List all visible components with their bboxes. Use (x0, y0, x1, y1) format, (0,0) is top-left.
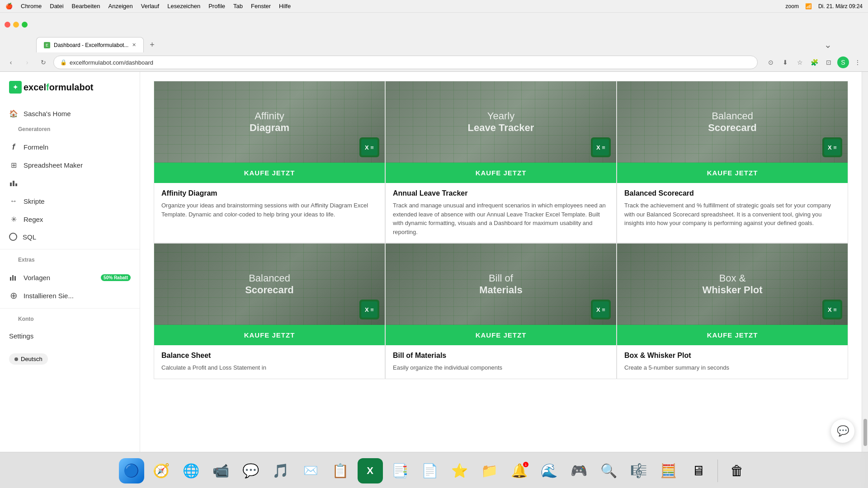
buy-btn-bill[interactable]: KAUFE JETZT (386, 325, 616, 345)
product-name-balance: Balance Sheet (161, 352, 377, 360)
dock-screens[interactable]: 🖥 (686, 458, 711, 483)
menu-hilfe[interactable]: Hilfe (279, 3, 291, 9)
download-btn[interactable]: ⬇ (779, 56, 791, 68)
sidebar-item-chart[interactable] (0, 174, 140, 192)
qreate-icon: 🔍 (600, 463, 617, 479)
profile-btn[interactable]: S (837, 56, 849, 68)
lang-area: Deutsch (0, 344, 140, 369)
menu-lesezeichen[interactable]: Lesezeichen (167, 3, 200, 9)
dock-browser2[interactable]: 🌊 (537, 458, 562, 483)
dock-qreate[interactable]: 🔍 (596, 458, 622, 483)
product-name-bill: Bill of Materials (393, 352, 609, 360)
dock-finder[interactable]: 🔵 (119, 458, 144, 483)
close-window-btn[interactable] (5, 22, 10, 28)
menu-chrome[interactable]: Chrome (21, 3, 42, 9)
tab-favicon: E (44, 42, 50, 48)
product-card-box-whisker: Box & Whisker Plot X ≡ KAUFE JETZT Box &… (617, 243, 848, 379)
dock-chrome[interactable]: 🌐 (179, 458, 204, 483)
dock-word[interactable]: 📄 (417, 458, 443, 483)
browser-chrome: E Dashboard - Excelformulabot... ✕ + ⌄ ‹… (0, 13, 868, 72)
language-selector[interactable]: Deutsch (9, 353, 48, 365)
music-icon: 🎼 (630, 463, 647, 479)
address-bar-row: ‹ › ↻ 🔒 excelformulabot.com/dashboard ⊙ … (0, 53, 868, 71)
sidebar-item-settings[interactable]: Settings (0, 328, 140, 344)
chart-icon (9, 178, 18, 188)
zoom-icon: 📹 (212, 463, 229, 479)
product-image-annual: Yearly Leave Tracker X ≡ (386, 81, 616, 163)
menu-tab[interactable]: Tab (233, 3, 243, 9)
sidebar-item-vorlagen[interactable]: Vorlagen 50% Rabatt (0, 268, 140, 286)
vorlagen-label: Vorlagen (24, 274, 50, 282)
bookmark-btn[interactable]: ☆ (794, 56, 806, 68)
product-name-balanced1: Balanced Scorecard (624, 189, 840, 197)
buy-btn-affinity[interactable]: KAUFE JETZT (154, 163, 385, 183)
formeln-label: Formeln (24, 143, 48, 151)
sidebar-divider2 (0, 308, 140, 309)
dock-mango[interactable]: ⭐ (447, 458, 472, 483)
tab-list-btn[interactable]: ⌄ (824, 39, 832, 50)
dock-discord[interactable]: 🎮 (566, 458, 592, 483)
dock-calculator[interactable]: 🧮 (656, 458, 681, 483)
menu-fenster[interactable]: Fenster (251, 3, 271, 9)
browser-tab-active[interactable]: E Dashboard - Excelformulabot... ✕ (36, 37, 144, 52)
buy-btn-annual[interactable]: KAUFE JETZT (386, 163, 616, 183)
sidebar-item-regex[interactable]: ✳ Regex (0, 210, 140, 228)
maximize-window-btn[interactable] (22, 22, 28, 28)
dock-trello[interactable]: 📋 (328, 458, 353, 483)
dock-trash[interactable]: 🗑 (724, 458, 750, 483)
generatoren-section: Generatoren (0, 122, 140, 138)
svg-rect-1 (13, 181, 14, 186)
buy-btn-box[interactable]: KAUFE JETZT (617, 325, 848, 345)
dock-whatsapp[interactable]: 💬 (238, 458, 264, 483)
scroll-thumb[interactable] (863, 419, 867, 446)
back-btn[interactable]: ‹ (5, 56, 17, 69)
menu-bearbeiten[interactable]: Bearbeiten (72, 3, 100, 9)
wifi-icon: 📶 (805, 3, 812, 9)
spreadsheet-label: Spreadsheet Maker (24, 161, 83, 169)
dock-googledrive[interactable]: 📁 (477, 458, 502, 483)
buy-btn-balanced1[interactable]: KAUFE JETZT (617, 163, 848, 183)
dock-powerpoint[interactable]: 📑 (387, 458, 413, 483)
dock-airmail[interactable]: ✉️ (298, 458, 323, 483)
product-name-box: Box & Whisker Plot (624, 352, 840, 360)
minimize-window-btn[interactable] (13, 22, 19, 28)
dock-excel[interactable]: X (358, 458, 383, 483)
excel-icon: X (367, 465, 373, 477)
new-tab-btn[interactable]: + (146, 38, 158, 51)
product-card-affinity-diagram: Affinity Diagram X ≡ KAUFE JETZT Affinit… (154, 81, 385, 243)
sidebar-item-sql[interactable]: SQL (0, 228, 140, 245)
menu-datei[interactable]: Datei (50, 3, 63, 9)
dock-music[interactable]: 🎼 (626, 458, 651, 483)
more-btn[interactable]: ⋮ (852, 56, 863, 68)
sidebar-item-skripte[interactable]: ↔ Skripte (0, 192, 140, 210)
extras-label: Extras (9, 257, 131, 267)
dock-spark[interactable]: 🔔1 (507, 458, 532, 483)
apple-menu[interactable]: 🍎 (5, 3, 13, 9)
sidebar-item-home[interactable]: 🏠 Sascha's Home (0, 104, 140, 122)
product-desc-affinity: Organize your ideas and brainstorming se… (161, 201, 377, 219)
menu-anzeigen[interactable]: Anzeigen (108, 3, 133, 9)
chat-button[interactable]: 💬 (831, 419, 854, 443)
tab-close-btn[interactable]: ✕ (132, 42, 136, 48)
product-card-annual-leave: Yearly Leave Tracker X ≡ KAUFE JETZT Ann… (385, 81, 617, 243)
product-overlay-bill: Bill of Materials (479, 272, 522, 296)
sidebar-item-install[interactable]: ⊕ Installieren Sie... (0, 286, 140, 305)
buy-btn-balance[interactable]: KAUFE JETZT (154, 325, 385, 345)
dock-zoom[interactable]: 📹 (208, 458, 234, 483)
reload-btn[interactable]: ↻ (37, 56, 50, 69)
address-bar[interactable]: 🔒 excelformulabot.com/dashboard (53, 56, 758, 69)
menu-verlauf[interactable]: Verlauf (141, 3, 159, 9)
cast-btn[interactable]: ⊙ (765, 56, 777, 68)
menu-profile[interactable]: Profile (208, 3, 225, 9)
dock: 🔵 🧭 🌐 📹 💬 🎵 ✉️ 📋 X 📑 📄 ⭐ 📁 🔔1 🌊 🎮 (0, 452, 868, 488)
dock-spotify[interactable]: 🎵 (268, 458, 293, 483)
sidebar-item-spreadsheet[interactable]: ⊞ Spreadsheet Maker (0, 156, 140, 174)
forward-btn[interactable]: › (21, 56, 33, 69)
dock-safari[interactable]: 🧭 (149, 458, 174, 483)
screens-icon: 🖥 (692, 463, 705, 479)
tab-groups-btn[interactable]: ⊡ (823, 56, 835, 68)
sidebar-item-formeln[interactable]: f Formeln (0, 138, 140, 156)
excel-badge-bill: X ≡ (591, 300, 611, 319)
scrollbar[interactable] (862, 72, 868, 488)
extensions-btn[interactable]: 🧩 (808, 56, 820, 68)
